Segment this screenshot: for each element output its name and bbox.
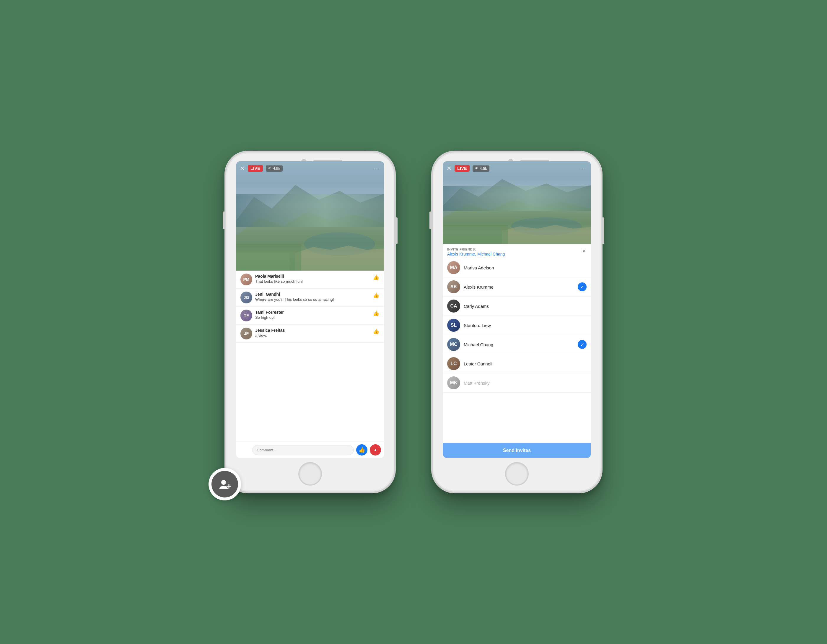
comment-like-2[interactable]: 👍	[372, 309, 380, 317]
comment-item-3: JF Jessica Freitas a view. 👍	[236, 325, 384, 343]
home-button-2[interactable]	[505, 462, 529, 486]
viewer-count-2: 👁 4.5k	[473, 166, 489, 172]
comment-like-1[interactable]: 👍	[372, 292, 380, 299]
comment-content-3: Jessica Freitas a view.	[255, 328, 369, 338]
friend-name-matt: Matt Krensky	[464, 380, 587, 386]
commenter-name-3: Jessica Freitas	[255, 328, 369, 333]
phones-container: ✕ LIVE 👁 4.5k ··· PM Paola Mariselli Tha…	[225, 151, 602, 493]
live-video-1: ✕ LIVE 👁 4.5k ···	[236, 161, 384, 270]
viewer-count-1: 👁 4.5k	[266, 166, 282, 172]
spacer	[239, 445, 250, 455]
avatar-lester: LC	[447, 357, 460, 370]
svg-rect-6	[236, 253, 289, 270]
more-btn-1[interactable]: ···	[374, 165, 381, 172]
invite-item-marisa[interactable]: MA Marisa Adelson	[443, 258, 591, 277]
video-top-bar-2: ✕ LIVE 👁 4.5k ···	[446, 165, 587, 172]
add-friend-btn[interactable]	[211, 471, 238, 497]
home-button-1[interactable]	[298, 462, 322, 486]
avatar-marisa: MA	[447, 261, 460, 274]
add-friend-icon	[218, 478, 231, 491]
commenter-text-0: That looks like so much fun!	[255, 279, 369, 284]
comment-item-2: TF Tami Forrester So high up! 👍	[236, 306, 384, 325]
add-friend-bubble	[209, 468, 241, 500]
like-action-btn-1[interactable]: 👍	[356, 444, 367, 455]
avatar-tami: TF	[240, 309, 252, 321]
comment-like-3[interactable]: 👍	[372, 328, 380, 335]
live-badge-2: LIVE	[454, 165, 470, 172]
video-top-bar-1: ✕ LIVE 👁 4.5k ···	[240, 165, 381, 172]
invite-close-btn[interactable]: ✕	[582, 247, 587, 254]
phone-2: ✕ LIVE 👁 4.5k ··· INVITE FRIENDS: Alexis…	[431, 151, 602, 493]
avatar-jenil: JG	[240, 292, 252, 303]
invite-item-carly[interactable]: CA Carly Adams	[443, 297, 591, 316]
comment-item-1: JG Jenil Gandhi Where are you?! This loo…	[236, 289, 384, 306]
commenter-text-1: Where are you?! This looks so so so amaz…	[255, 297, 369, 302]
commenter-name-2: Tami Forrester	[255, 309, 369, 315]
avatar-stanford: SL	[447, 319, 460, 332]
comment-bar-1: 👍 ●	[236, 442, 384, 458]
camera-action-btn-1[interactable]: ●	[370, 444, 381, 455]
invite-panel: INVITE FRIENDS: Alexis Krumme, Michael C…	[443, 244, 591, 458]
invite-item-alexis[interactable]: AK Alexis Krumme ✓	[443, 277, 591, 297]
phone-2-top-bar	[433, 152, 601, 161]
invite-header-left: INVITE FRIENDS: Alexis Krumme, Michael C…	[447, 247, 505, 256]
more-btn-2[interactable]: ···	[580, 165, 587, 172]
commenter-text-3: a view.	[255, 333, 369, 338]
invite-label: INVITE FRIENDS:	[447, 247, 505, 251]
avatar-alexis: AK	[447, 280, 460, 293]
comment-like-0[interactable]: 👍	[372, 274, 380, 281]
commenter-name-0: Paola Mariselli	[255, 274, 369, 279]
invite-item-michael[interactable]: MC Michael Chang ✓	[443, 335, 591, 354]
invite-item-lester[interactable]: LC Lester Cannoli	[443, 354, 591, 374]
camera-icon: ●	[374, 447, 376, 452]
comment-input-1[interactable]	[252, 445, 354, 455]
eye-icon-2: 👁	[475, 166, 479, 170]
invite-friends-list: MA Marisa Adelson AK Alexis Krumme ✓ CA …	[443, 258, 591, 443]
friend-name-lester: Lester Cannoli	[464, 361, 587, 366]
comment-content-1: Jenil Gandhi Where are you?! This looks …	[255, 292, 369, 302]
friend-name-carly: Carly Adams	[464, 304, 587, 309]
phone-1: ✕ LIVE 👁 4.5k ··· PM Paola Mariselli Tha…	[225, 151, 396, 493]
avatar-carly: CA	[447, 300, 460, 313]
live-badge-1: LIVE	[248, 165, 263, 172]
send-invites-btn[interactable]: Send Invites	[443, 443, 591, 458]
invite-header: INVITE FRIENDS: Alexis Krumme, Michael C…	[443, 244, 591, 258]
video-close-btn-1[interactable]: ✕	[240, 165, 245, 172]
avatar-jessica: JF	[240, 328, 252, 339]
commenter-text-2: So high up!	[255, 315, 369, 320]
friend-name-stanford: Stanford Liew	[464, 323, 587, 328]
live-video-2: ✕ LIVE 👁 4.5k ···	[443, 161, 591, 244]
thumbs-up-icon: 👍	[359, 447, 365, 453]
friend-name-alexis: Alexis Krumme	[464, 284, 574, 289]
commenter-name-1: Jenil Gandhi	[255, 292, 369, 297]
check-michael: ✓	[578, 340, 587, 349]
invite-item-stanford[interactable]: SL Stanford Liew	[443, 316, 591, 335]
phone-1-screen: ✕ LIVE 👁 4.5k ··· PM Paola Mariselli Tha…	[236, 161, 384, 458]
svg-point-7	[221, 480, 226, 485]
avatar-michael: MC	[447, 338, 460, 351]
video-close-btn-2[interactable]: ✕	[446, 165, 452, 172]
friend-name-marisa: Marisa Adelson	[464, 265, 587, 270]
eye-icon-1: 👁	[268, 166, 272, 170]
comment-content-0: Paola Mariselli That looks like so much …	[255, 274, 369, 284]
avatar-paola: PM	[240, 274, 252, 285]
friend-name-michael: Michael Chang	[464, 342, 574, 347]
comment-content-2: Tami Forrester So high up!	[255, 309, 369, 320]
comment-item-0: PM Paola Mariselli That looks like so mu…	[236, 270, 384, 289]
svg-rect-15	[443, 225, 508, 244]
invite-selected-names: Alexis Krumme, Michael Chang	[447, 252, 505, 256]
check-alexis: ✓	[578, 283, 587, 291]
phone-2-screen: ✕ LIVE 👁 4.5k ··· INVITE FRIENDS: Alexis…	[443, 161, 591, 458]
comments-area-1: PM Paola Mariselli That looks like so mu…	[236, 270, 384, 442]
avatar-matt: MK	[447, 376, 460, 389]
invite-item-matt[interactable]: MK Matt Krensky	[443, 374, 591, 392]
phone-1-top-bar	[226, 152, 394, 161]
